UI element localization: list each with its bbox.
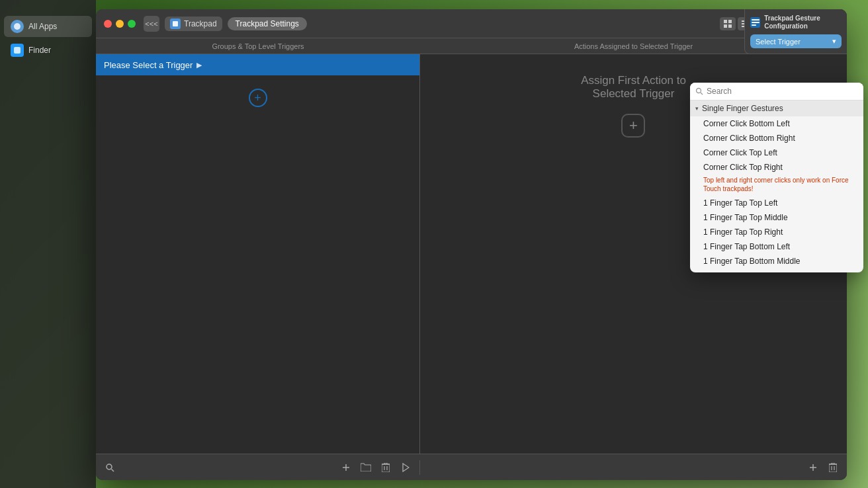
svg-rect-6 [728, 24, 732, 28]
svg-point-29 [697, 89, 701, 93]
sidebar-item-all-apps-label: All Apps [28, 22, 57, 31]
app-chip-text: Trackpad [184, 19, 217, 28]
sidebar-item-finder-label: Finder [28, 46, 51, 55]
svg-line-30 [701, 93, 703, 95]
app-chip-icon [170, 19, 181, 29]
play-button[interactable] [398, 460, 413, 475]
left-add-button[interactable]: + [249, 89, 267, 107]
search-button[interactable] [103, 460, 117, 475]
dropdown-item-8[interactable]: 1 Finger Tap Bottom Left [690, 239, 863, 254]
dropdown-group-header[interactable]: ▾ Single Finger Gestures [690, 101, 863, 116]
dropdown-item-5[interactable]: 1 Finger Tap Top Left [690, 196, 863, 210]
dropdown-item-2[interactable]: Corner Click Top Left [690, 145, 863, 160]
add-trigger-button[interactable] [339, 460, 353, 475]
svg-line-15 [112, 469, 114, 471]
close-button[interactable] [104, 20, 112, 28]
bottom-toolbar [96, 454, 847, 480]
assign-text: Assign First Action to Selected Trigger [581, 74, 686, 101]
settings-tab-label: Trackpad Settings [236, 19, 299, 28]
sidebar-item-finder[interactable]: Finder [4, 40, 92, 61]
back-label: <<< [145, 20, 157, 28]
add-action-button[interactable] [806, 460, 820, 475]
assign-text-line2: Selected Trigger [593, 87, 675, 100]
traffic-lights [104, 20, 136, 28]
trigger-arrow-icon: ▶ [196, 61, 202, 69]
left-panel: Please Select a Trigger ▶ + [96, 54, 420, 454]
group-arrow-icon: ▾ [695, 105, 699, 112]
dropdown-item-0[interactable]: Corner Click Bottom Left [690, 116, 863, 131]
left-column-header: Groups & Top Level Triggers [96, 42, 420, 50]
svg-rect-25 [829, 464, 837, 472]
dropdown-search-input[interactable] [707, 87, 858, 96]
dropdown-warning-text: Top left and right corner clicks only wo… [690, 175, 863, 196]
svg-point-14 [107, 464, 112, 469]
svg-rect-5 [724, 24, 727, 28]
sidebar: All Apps Finder [0, 0, 96, 488]
dropdown-item-10[interactable]: 1 Finger Tap Bottom Right [690, 268, 863, 272]
minimize-button[interactable] [116, 20, 124, 28]
grid-view-button[interactable] [720, 17, 736, 30]
sidebar-item-all-apps[interactable]: All Apps [4, 16, 92, 37]
desktop: All Apps Finder <<< T [0, 0, 868, 488]
svg-rect-18 [382, 464, 390, 472]
assign-text-line1: Assign First Action to [581, 74, 686, 87]
svg-rect-3 [724, 20, 727, 23]
group-label: Single Finger Gestures [702, 104, 783, 113]
svg-marker-22 [403, 464, 409, 471]
column-headers: Groups & Top Level Triggers Actions Assi… [96, 38, 847, 54]
right-add-button[interactable]: + [621, 114, 645, 138]
dropdown-search-bar [690, 83, 863, 101]
left-toolbar [96, 460, 420, 475]
finder-icon [11, 44, 24, 57]
maximize-button[interactable] [128, 20, 136, 28]
back-button[interactable]: <<< [144, 16, 159, 32]
all-apps-icon [11, 20, 24, 33]
delete-trigger-button[interactable] [378, 460, 393, 475]
dropdown-search-icon [695, 87, 703, 95]
left-add-area: + [96, 75, 419, 454]
svg-rect-4 [728, 20, 732, 23]
dropdown-item-9[interactable]: 1 Finger Tap Bottom Middle [690, 254, 863, 268]
settings-tab[interactable]: Trackpad Settings [228, 17, 307, 30]
gesture-dropdown: ▾ Single Finger Gestures Corner Click Bo… [690, 83, 863, 272]
delete-action-button[interactable] [826, 460, 840, 475]
dropdown-list: ▾ Single Finger Gestures Corner Click Bo… [690, 101, 863, 272]
left-add-icon: + [254, 92, 261, 104]
svg-point-0 [14, 23, 21, 30]
svg-rect-2 [173, 21, 178, 26]
svg-rect-1 [14, 47, 21, 54]
right-add-icon: + [629, 117, 638, 134]
dropdown-item-1[interactable]: Corner Click Bottom Right [690, 131, 863, 145]
dropdown-item-3[interactable]: Corner Click Top Right [690, 160, 863, 175]
folder-button[interactable] [359, 460, 373, 475]
titlebar: <<< Trackpad Trackpad Settings [96, 9, 847, 38]
selected-trigger-row[interactable]: Please Select a Trigger ▶ [96, 54, 419, 75]
app-chip: Trackpad [165, 17, 222, 31]
dropdown-item-6[interactable]: 1 Finger Tap Top Middle [690, 210, 863, 225]
dropdown-item-7[interactable]: 1 Finger Tap Top Right [690, 225, 863, 239]
selected-trigger-text: Please Select a Trigger [104, 60, 193, 70]
